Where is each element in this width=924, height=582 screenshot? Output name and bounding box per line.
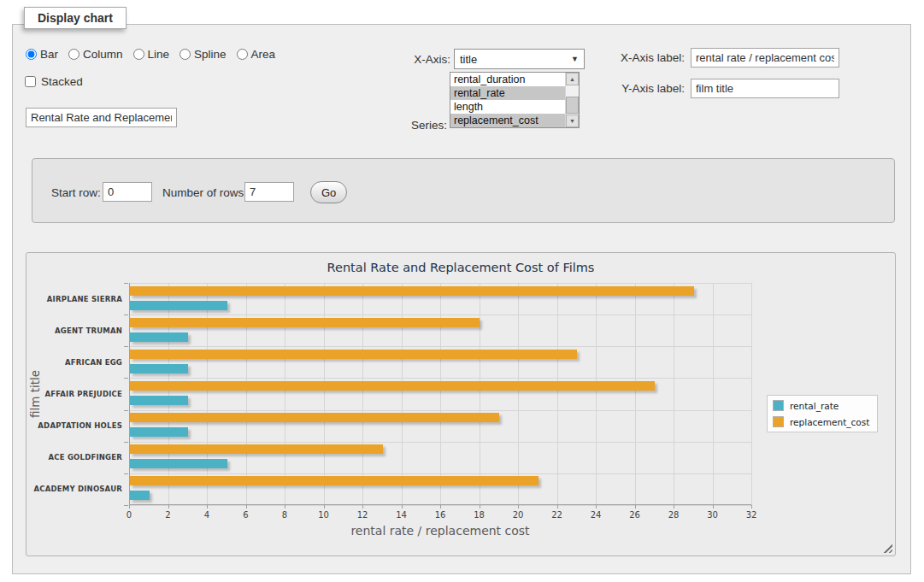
- bar-replacement_cost: [130, 350, 577, 359]
- x-tick-label: 8: [282, 510, 287, 520]
- series-option-length[interactable]: length: [450, 100, 565, 114]
- bar-rental_rate: [130, 427, 188, 437]
- resize-handle-icon[interactable]: [883, 544, 892, 553]
- x-tick-label: 24: [591, 510, 602, 520]
- go-button[interactable]: Go: [310, 181, 347, 203]
- series-option-rental_duration[interactable]: rental_duration: [450, 73, 565, 86]
- chart-type-option-label: Area: [251, 48, 276, 61]
- bar-replacement_cost: [130, 381, 655, 391]
- series-option-rental_rate[interactable]: rental_rate: [450, 86, 565, 100]
- legend-swatch: [773, 400, 784, 411]
- category-label: AFFAIR PREJUDICE: [28, 378, 122, 409]
- x-axis-title: rental rate / replacement cost: [129, 524, 751, 538]
- legend-entry-replacement_cost: replacement_cost: [773, 416, 869, 427]
- chart-type-radio-group: BarColumnLineSplineArea: [26, 48, 285, 61]
- chart-type-option-label: Bar: [40, 48, 58, 61]
- x-axis-select[interactable]: title ▼: [454, 49, 585, 69]
- x-tick-label: 22: [551, 510, 562, 520]
- category-label: ACADEMY DINOSAUR: [28, 473, 122, 505]
- chart-type-radio-line[interactable]: [133, 49, 144, 60]
- x-tick-label: 10: [318, 510, 329, 520]
- chart-type-option-label: Line: [148, 48, 170, 61]
- x-tick-label: 28: [668, 510, 680, 520]
- bar-rental_rate: [130, 491, 150, 500]
- y-axis-label-input[interactable]: [691, 79, 839, 98]
- bar-rental_rate: [130, 459, 227, 468]
- x-axis-select-label: X-Axis:: [359, 53, 450, 66]
- bar-rental_rate: [130, 301, 227, 310]
- x-axis-label-input[interactable]: [691, 48, 839, 68]
- bar-replacement_cost: [130, 413, 499, 422]
- x-tick-label: 4: [204, 510, 209, 520]
- listbox-scrollbar[interactable]: ▲ ▼: [565, 73, 579, 127]
- category-label: AGENT TRUMAN: [28, 315, 122, 346]
- row-range-panel: [32, 158, 895, 223]
- bar-replacement_cost: [130, 286, 694, 296]
- x-tick-label: 32: [746, 510, 757, 520]
- plot-area: [129, 283, 751, 505]
- legend-label: rental_rate: [790, 401, 839, 411]
- number-of-rows-label: Number of rows:: [162, 186, 247, 199]
- chart-type-radio-bar[interactable]: [26, 49, 37, 60]
- chart-title-input[interactable]: [26, 108, 177, 127]
- x-axis-selected-value: title: [460, 53, 477, 66]
- series-listbox[interactable]: rental_durationrental_ratelengthreplacem…: [450, 72, 580, 128]
- x-tick-label: 14: [396, 510, 407, 520]
- y-axis-label-label: Y-Axis label:: [581, 82, 685, 95]
- start-row-input[interactable]: [103, 182, 152, 202]
- x-tick-label: 26: [629, 510, 640, 520]
- bar-replacement_cost: [130, 318, 480, 327]
- x-tick-label: 18: [474, 510, 485, 520]
- fieldset-legend: Display chart: [24, 7, 127, 29]
- stacked-option: Stacked: [25, 75, 83, 88]
- category-label: ACE GOLDFINGER: [28, 442, 122, 473]
- scrollbar-track[interactable]: [566, 85, 579, 115]
- series-options: rental_durationrental_ratelengthreplacem…: [450, 73, 565, 127]
- x-tick-label: 30: [707, 510, 718, 520]
- category-label: AIRPLANE SIERRA: [28, 283, 122, 315]
- chart-type-option-label: Spline: [194, 48, 227, 61]
- chart-type-radio-area[interactable]: [237, 49, 248, 60]
- stacked-checkbox[interactable]: [25, 76, 36, 87]
- bar-rental_rate: [130, 364, 188, 373]
- legend-swatch: [773, 416, 784, 427]
- scrollbar-thumb[interactable]: [566, 97, 579, 114]
- scroll-down-icon[interactable]: ▼: [566, 115, 579, 127]
- series-select-label: Series:: [359, 119, 447, 132]
- chevron-down-icon: ▼: [571, 55, 579, 63]
- chart-container: Rental Rate and Replacement Cost of Film…: [26, 252, 896, 556]
- series-option-replacement_cost[interactable]: replacement_cost: [450, 114, 565, 127]
- bar-replacement_cost: [130, 444, 383, 454]
- chart-type-radio-column[interactable]: [68, 49, 79, 60]
- chart-legend: rental_ratereplacement_cost: [767, 395, 878, 432]
- legend-label: replacement_cost: [790, 417, 869, 427]
- category-label: ADAPTATION HOLES: [28, 410, 122, 442]
- x-tick-label: 0: [127, 510, 132, 520]
- x-tick-label: 2: [165, 510, 170, 520]
- scroll-up-icon[interactable]: ▲: [566, 73, 579, 85]
- stacked-label: Stacked: [41, 75, 83, 88]
- bar-replacement_cost: [130, 476, 539, 485]
- x-axis-label-label: X-Axis label:: [581, 51, 685, 64]
- page: Display chart BarColumnLineSplineArea St…: [0, 0, 924, 582]
- chart-title: Rental Rate and Replacement Cost of Film…: [26, 261, 895, 274]
- x-tick-label: 12: [357, 510, 368, 520]
- x-tick-label: 16: [435, 510, 446, 520]
- bar-rental_rate: [130, 396, 188, 405]
- number-of-rows-input[interactable]: [244, 182, 294, 202]
- chart-type-radio-spline[interactable]: [180, 49, 191, 60]
- bar-rental_rate: [130, 332, 188, 342]
- start-row-label: Start row:: [51, 186, 101, 199]
- legend-entry-rental_rate: rental_rate: [773, 400, 869, 411]
- x-tick-label: 6: [243, 510, 248, 520]
- chart-type-option-label: Column: [83, 48, 123, 61]
- x-tick-label: 20: [513, 510, 524, 520]
- category-label: AFRICAN EGG: [28, 346, 122, 378]
